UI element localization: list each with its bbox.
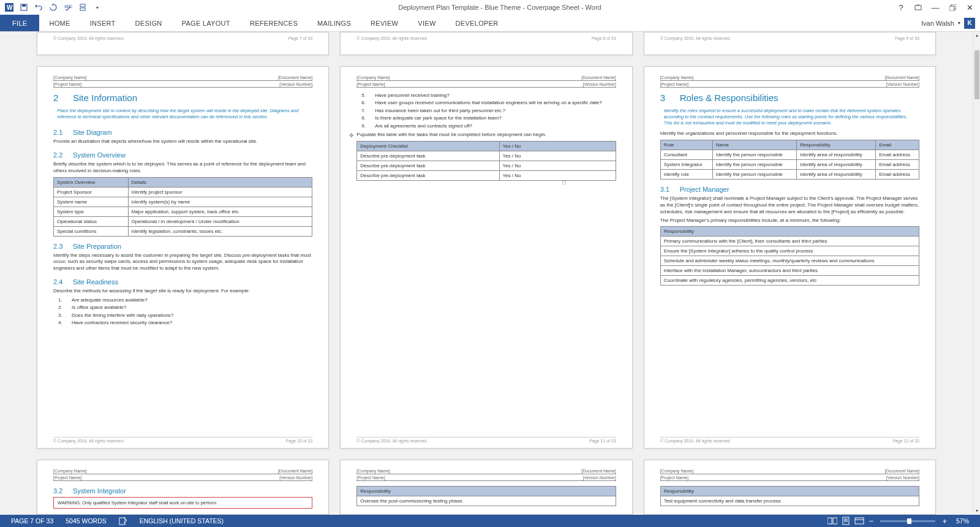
- svg-rect-7: [915, 6, 921, 10]
- svg-text:ABC: ABC: [64, 4, 72, 9]
- spelling-button[interactable]: ABC: [61, 1, 75, 13]
- qat-customize-dropdown[interactable]: ▾: [91, 1, 104, 13]
- restore-button[interactable]: [944, 1, 960, 13]
- help-button[interactable]: ?: [893, 1, 909, 13]
- minimize-button[interactable]: —: [927, 1, 943, 13]
- user-avatar: K: [964, 18, 975, 29]
- tab-mailings[interactable]: MAILINGS: [307, 15, 361, 31]
- ribbon-display-button[interactable]: [910, 1, 926, 13]
- quick-access-toolbar: W ABC ▾: [0, 1, 107, 13]
- tab-design[interactable]: DESIGN: [126, 15, 172, 31]
- redo-button[interactable]: [47, 1, 60, 13]
- save-button[interactable]: [17, 1, 31, 13]
- svg-rect-5: [80, 4, 85, 7]
- undo-button[interactable]: [32, 1, 45, 13]
- tab-insert[interactable]: INSERT: [80, 15, 126, 31]
- user-name: Ivan Walsh: [921, 20, 954, 27]
- window-controls: ? — ✕: [893, 1, 980, 13]
- svg-rect-3: [22, 4, 26, 7]
- touch-mode-button[interactable]: [76, 1, 89, 13]
- window-title: Deployment Plan Template - Blue Theme - …: [107, 4, 893, 11]
- svg-text:W: W: [7, 4, 13, 11]
- ribbon-tabs: FILE HOME INSERT DESIGN PAGE LAYOUT REFE…: [0, 15, 980, 32]
- word-icon[interactable]: W: [2, 1, 16, 13]
- tab-view[interactable]: VIEW: [408, 15, 445, 31]
- tab-home[interactable]: HOME: [39, 15, 80, 31]
- tab-file[interactable]: FILE: [0, 15, 39, 31]
- title-bar: W ABC ▾ Deployment Plan Template - Blue …: [0, 0, 980, 15]
- tab-developer[interactable]: DEVELOPER: [446, 15, 508, 31]
- close-button[interactable]: ✕: [962, 1, 978, 13]
- account-menu[interactable]: Ivan Walsh ▾ K: [916, 15, 980, 31]
- svg-rect-6: [80, 8, 85, 10]
- tab-page-layout[interactable]: PAGE LAYOUT: [172, 15, 240, 31]
- tab-references[interactable]: REFERENCES: [240, 15, 307, 31]
- tab-review[interactable]: REVIEW: [361, 15, 408, 31]
- svg-rect-8: [949, 6, 954, 11]
- chevron-down-icon: ▾: [958, 20, 960, 26]
